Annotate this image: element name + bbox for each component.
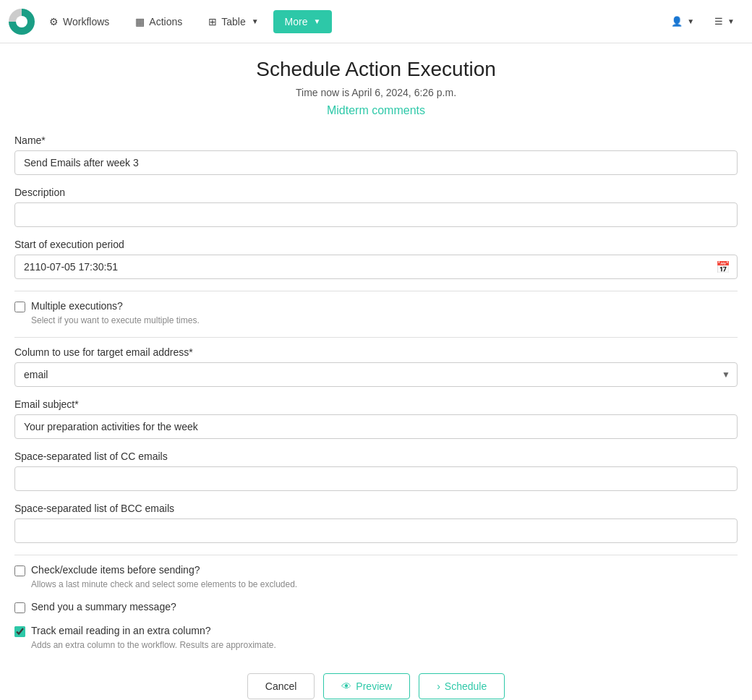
summary-group: Send you a summary message? xyxy=(14,601,738,613)
summary-checkbox-row: Send you a summary message? xyxy=(14,601,738,613)
actions-nav-btn[interactable]: ▦ Actions xyxy=(124,10,194,33)
cc-label: Space-separated list of CC emails xyxy=(14,451,738,462)
section-link[interactable]: Midterm comments xyxy=(14,104,738,117)
multiple-executions-checkbox-row: Multiple executions? xyxy=(14,300,738,312)
name-label: Name* xyxy=(14,135,738,146)
multiple-executions-checkbox[interactable] xyxy=(14,302,25,312)
column-label: Column to use for target email address* xyxy=(14,346,738,358)
description-field-group: Description xyxy=(14,187,738,227)
navbar-right: 👤 ▼ ☰ ▼ xyxy=(662,10,743,33)
check-exclude-label[interactable]: Check/exclude items before sending? xyxy=(31,564,200,576)
track-checkbox[interactable] xyxy=(14,626,25,637)
more-nav-label: More xyxy=(285,16,308,27)
app-logo xyxy=(9,9,35,35)
preview-icon: 👁 xyxy=(341,680,351,692)
preview-label: Preview xyxy=(356,680,392,692)
track-group: Track email reading in an extra column? … xyxy=(14,625,738,650)
email-subject-group: Email subject* xyxy=(14,398,738,439)
user-dropdown-arrow: ▼ xyxy=(687,17,694,25)
actions-nav-label: Actions xyxy=(149,16,182,27)
summary-checkbox[interactable] xyxy=(14,602,25,613)
start-input[interactable] xyxy=(14,255,738,279)
divider-1 xyxy=(14,291,738,291)
settings-icon-btn[interactable]: ☰ ▼ xyxy=(706,10,743,33)
multiple-executions-group: Multiple executions? Select if you want … xyxy=(14,300,738,325)
multiple-executions-hint: Select if you want to execute multiple t… xyxy=(31,315,738,325)
workflows-nav-label: Workflows xyxy=(63,16,109,27)
divider-3 xyxy=(14,555,738,555)
navbar: ⚙ Workflows ▦ Actions ⊞ Table ▼ More ▼ 👤… xyxy=(0,0,752,43)
bcc-field-group: Space-separated list of BCC emails xyxy=(14,503,738,543)
calendar-icon[interactable]: 📅 xyxy=(716,260,730,274)
column-field-group: Column to use for target email address* … xyxy=(14,346,738,387)
cc-input[interactable] xyxy=(14,466,738,491)
start-field-group: Start of execution period 📅 xyxy=(14,239,738,279)
description-label: Description xyxy=(14,187,738,198)
time-display: Time now is April 6, 2024, 6:26 p.m. xyxy=(14,87,738,98)
more-nav-btn[interactable]: More ▼ xyxy=(273,10,333,33)
multiple-executions-label[interactable]: Multiple executions? xyxy=(31,300,123,312)
track-checkbox-row: Track email reading in an extra column? xyxy=(14,625,738,637)
page-title: Schedule Action Execution xyxy=(14,58,738,81)
check-exclude-checkbox[interactable] xyxy=(14,565,25,576)
button-row: Cancel 👁 Preview › Schedule xyxy=(14,673,738,699)
bcc-label: Space-separated list of BCC emails xyxy=(14,503,738,514)
name-field-group: Name* xyxy=(14,135,738,175)
email-subject-input[interactable] xyxy=(14,414,738,439)
main-content: Schedule Action Execution Time now is Ap… xyxy=(0,43,752,700)
settings-dropdown-arrow: ▼ xyxy=(727,17,735,25)
schedule-label: Schedule xyxy=(445,680,487,692)
description-input[interactable] xyxy=(14,202,738,227)
table-icon: ⊞ xyxy=(208,16,217,27)
cancel-label: Cancel xyxy=(265,680,297,692)
preview-button[interactable]: 👁 Preview xyxy=(323,673,410,699)
table-nav-btn[interactable]: ⊞ Table ▼ xyxy=(197,10,270,33)
cc-field-group: Space-separated list of CC emails xyxy=(14,451,738,491)
check-exclude-hint: Allows a last minute check and select so… xyxy=(31,579,738,589)
schedule-icon: › xyxy=(437,680,440,692)
user-icon-btn[interactable]: 👤 ▼ xyxy=(662,10,703,33)
cancel-button[interactable]: Cancel xyxy=(247,673,315,699)
workflows-nav-btn[interactable]: ⚙ Workflows xyxy=(38,10,121,33)
column-select-wrapper: email ▼ xyxy=(14,362,738,387)
start-label: Start of execution period xyxy=(14,239,738,250)
table-dropdown-arrow: ▼ xyxy=(252,17,259,25)
more-dropdown-arrow: ▼ xyxy=(314,17,321,25)
divider-2 xyxy=(14,337,738,338)
actions-icon: ▦ xyxy=(135,16,145,27)
start-input-wrapper: 📅 xyxy=(14,255,738,279)
track-label[interactable]: Track email reading in an extra column? xyxy=(31,625,211,636)
schedule-button[interactable]: › Schedule xyxy=(419,673,505,699)
summary-label[interactable]: Send you a summary message? xyxy=(31,601,176,612)
workflows-icon: ⚙ xyxy=(49,16,59,27)
settings-icon: ☰ xyxy=(714,16,723,27)
bcc-input[interactable] xyxy=(14,518,738,543)
check-exclude-checkbox-row: Check/exclude items before sending? xyxy=(14,564,738,576)
user-icon: 👤 xyxy=(671,16,683,27)
check-exclude-group: Check/exclude items before sending? Allo… xyxy=(14,564,738,589)
name-input[interactable] xyxy=(14,150,738,175)
track-hint: Adds an extra column to the workflow. Re… xyxy=(31,640,738,650)
email-subject-label: Email subject* xyxy=(14,398,738,410)
table-nav-label: Table xyxy=(221,16,245,27)
column-select[interactable]: email xyxy=(14,362,738,387)
